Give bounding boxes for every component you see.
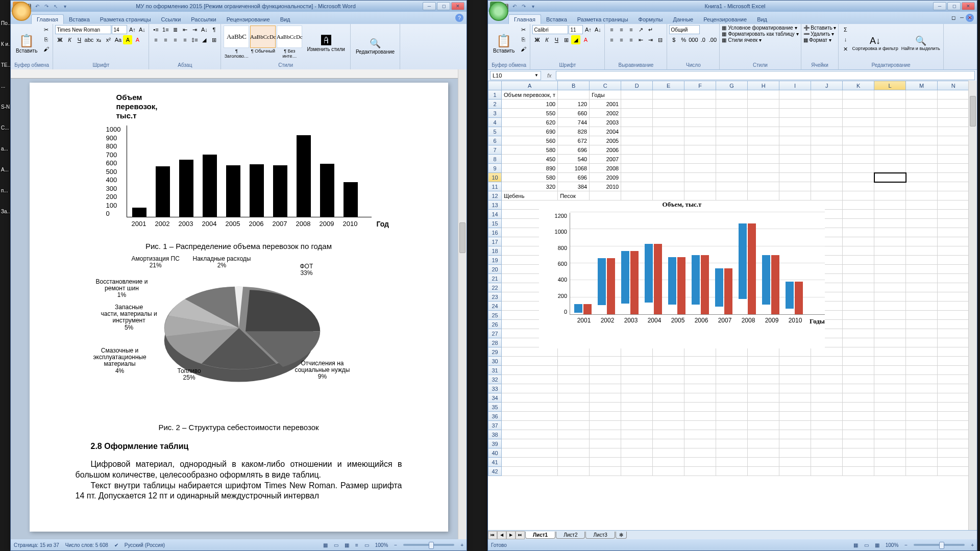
help-icon[interactable]: ? [455, 14, 463, 22]
cell-K6[interactable] [843, 136, 874, 145]
cell-F41[interactable] [684, 458, 716, 467]
cell-L9[interactable] [874, 164, 906, 173]
align-top-icon[interactable]: ≡ [607, 25, 616, 34]
cell-E35[interactable] [653, 403, 684, 412]
cell-L37[interactable] [874, 421, 906, 430]
row-header-39[interactable]: 39 [488, 439, 502, 448]
cell-N12[interactable] [938, 191, 969, 201]
cell-H3[interactable] [748, 109, 779, 118]
cell-H33[interactable] [748, 384, 779, 393]
cell-G1[interactable] [716, 90, 748, 99]
paste-button[interactable]: 📋 Вставить [490, 25, 518, 62]
cell-M17[interactable] [906, 237, 938, 246]
col-header-A[interactable]: A [502, 81, 558, 90]
cell-E37[interactable] [653, 421, 684, 430]
cell-M19[interactable] [906, 256, 938, 265]
row-header-32[interactable]: 32 [488, 375, 502, 384]
font-size-select[interactable] [112, 25, 127, 34]
orientation-icon[interactable]: ↗ [636, 25, 645, 34]
align-left-icon[interactable]: ≡ [607, 35, 616, 44]
cell-B40[interactable] [558, 448, 590, 458]
cell-J4[interactable] [811, 118, 843, 127]
cell-N22[interactable] [938, 283, 969, 292]
row-header-15[interactable]: 15 [488, 219, 502, 228]
cell-E3[interactable] [653, 109, 684, 118]
cell-E38[interactable] [653, 430, 684, 439]
cell-L16[interactable] [874, 228, 906, 237]
cell-I8[interactable] [779, 155, 811, 164]
tab-home[interactable]: Главная [31, 14, 64, 24]
row-header-23[interactable]: 23 [488, 292, 502, 302]
cell-G4[interactable] [716, 118, 748, 127]
cell-M29[interactable] [906, 347, 938, 357]
page-status[interactable]: Страница: 15 из 37 [14, 542, 59, 548]
cell-A40[interactable] [502, 448, 558, 458]
cell-I12[interactable] [779, 191, 811, 201]
cell-K31[interactable] [843, 366, 874, 375]
cell-J38[interactable] [811, 430, 843, 439]
cell-D42[interactable] [621, 467, 653, 476]
cell-H38[interactable] [748, 430, 779, 439]
tab-review[interactable]: Рецензирование [222, 15, 275, 24]
col-header-J[interactable]: J [811, 81, 843, 90]
row-header-41[interactable]: 41 [488, 458, 502, 467]
zoom-in-icon[interactable]: + [971, 542, 974, 548]
cell-F30[interactable] [684, 357, 716, 366]
cell-E42[interactable] [653, 467, 684, 476]
italic-icon[interactable]: К [542, 35, 551, 44]
sort-filter-button[interactable]: A↓ Сортировка и фильтр [851, 25, 899, 62]
cell-E10[interactable] [653, 173, 684, 182]
tab-mailings[interactable]: Рассылки [186, 15, 221, 24]
cell-C11[interactable]: 2010 [590, 182, 621, 191]
cell-L40[interactable] [874, 448, 906, 458]
cell-C2[interactable]: 2001 [590, 99, 621, 109]
cell-N8[interactable] [938, 155, 969, 164]
shrink-font-icon[interactable]: A↓ [137, 25, 146, 34]
office-button[interactable] [12, 2, 31, 21]
cell-K27[interactable] [843, 329, 874, 338]
cell-C1[interactable]: Годы [590, 90, 621, 99]
cell-M34[interactable] [906, 393, 938, 403]
find-select-button[interactable]: 🔍 Найти и выделить [900, 25, 941, 62]
cell-D5[interactable] [621, 127, 653, 136]
col-header-L[interactable]: L [874, 81, 906, 90]
row-header-33[interactable]: 33 [488, 384, 502, 393]
cell-C35[interactable] [590, 403, 621, 412]
cell-C40[interactable] [590, 448, 621, 458]
cell-F29[interactable] [684, 347, 716, 357]
cell-A29[interactable] [502, 347, 558, 357]
cell-N15[interactable] [938, 219, 969, 228]
undo-icon[interactable]: ↶ [33, 2, 41, 10]
cell-L14[interactable] [874, 210, 906, 219]
insert-cells-button[interactable]: ➕ Вставить ▾ [803, 25, 837, 31]
underline-icon[interactable]: Ч [75, 35, 84, 44]
cell-L11[interactable] [874, 182, 906, 191]
cell-D4[interactable] [621, 118, 653, 127]
row-header-26[interactable]: 26 [488, 320, 502, 329]
cell-B36[interactable] [558, 412, 590, 421]
delete-cells-button[interactable]: ➖ Удалить ▾ [803, 31, 837, 37]
fx-icon[interactable]: fx [547, 72, 552, 79]
cell-G35[interactable] [716, 403, 748, 412]
row-header-7[interactable]: 7 [488, 145, 502, 155]
shrink-font-icon[interactable]: A↓ [593, 25, 602, 34]
row-header-38[interactable]: 38 [488, 430, 502, 439]
excel-chart[interactable]: Объем, тыс.т 020040060080010001200 Годы … [539, 201, 825, 348]
cell-K34[interactable] [843, 393, 874, 403]
cell-L20[interactable] [874, 265, 906, 274]
document-page[interactable]: Объем перевозок, тыс.т 01002003004005006… [30, 83, 448, 532]
close-inner-icon[interactable]: ✕ [968, 15, 972, 20]
cell-E39[interactable] [653, 439, 684, 448]
cell-M13[interactable] [906, 201, 938, 210]
cell-I38[interactable] [779, 430, 811, 439]
cell-E30[interactable] [653, 357, 684, 366]
cell-I39[interactable] [779, 439, 811, 448]
cell-G12[interactable] [716, 191, 748, 201]
cell-A39[interactable] [502, 439, 558, 448]
formula-input[interactable] [556, 71, 975, 80]
borders-icon[interactable]: ⊞ [209, 35, 218, 44]
qat-more-icon[interactable]: ▾ [61, 2, 69, 10]
col-header-B[interactable]: B [558, 81, 590, 90]
cursor-icon[interactable]: ↖ [52, 2, 60, 10]
cell-B37[interactable] [558, 421, 590, 430]
